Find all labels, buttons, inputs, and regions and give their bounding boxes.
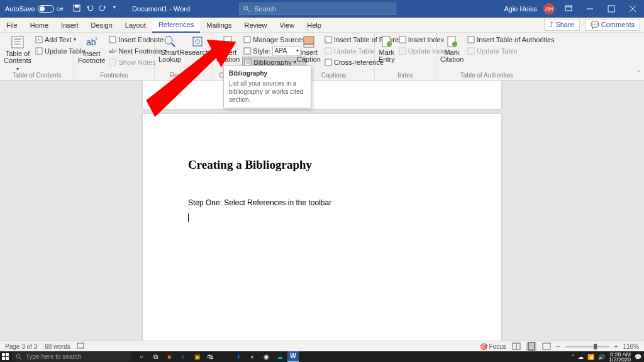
share-button[interactable]: ⤴ Share	[544, 19, 579, 31]
bibliography-icon	[244, 59, 252, 66]
volume-icon[interactable]: 🔊	[598, 354, 605, 360]
svg-point-23	[165, 37, 172, 44]
tab-mailings[interactable]: Mailings	[200, 18, 238, 33]
tab-help[interactable]: Help	[301, 18, 328, 33]
svg-line-3	[248, 10, 250, 12]
autosave-toggle[interactable]: AutoSave Off	[5, 5, 63, 13]
word-count[interactable]: 68 words	[45, 343, 70, 350]
svg-text:+: +	[37, 37, 40, 43]
mark-entry-button[interactable]: Mark Entry	[379, 34, 395, 71]
undo-icon[interactable]	[86, 4, 94, 13]
zoom-level[interactable]: 116%	[623, 343, 639, 350]
maximize-icon[interactable]	[604, 0, 619, 18]
spell-check-icon[interactable]	[77, 342, 84, 351]
svg-point-2	[244, 6, 248, 10]
svg-rect-48	[77, 343, 84, 348]
app-icon[interactable]: ☁	[274, 351, 286, 362]
svg-rect-25	[193, 37, 202, 46]
app-icon[interactable]: a	[218, 351, 231, 362]
close-icon[interactable]	[625, 0, 640, 18]
group-toc: Table of Contents▾ +Add Text▾ !Update Ta…	[0, 33, 74, 80]
search-icon	[16, 354, 22, 360]
tab-review[interactable]: Review	[238, 18, 274, 33]
tab-home[interactable]: Home	[24, 18, 55, 33]
read-mode-icon[interactable]	[511, 342, 521, 351]
insert-toa-button[interactable]: Insert Table of Authorities	[466, 34, 555, 45]
document-page[interactable]: Creating a Bibliography Step One: Select…	[143, 114, 501, 341]
redo-icon[interactable]	[99, 4, 108, 13]
taskbar-search[interactable]: Type here to search	[12, 352, 131, 361]
windows-taskbar: Type here to search ○ ⧉ ■ e ▣ 🛍 a ⬇ ● ◉ …	[0, 351, 644, 362]
update-toa-button[interactable]: Update Table	[466, 45, 555, 56]
minimize-icon[interactable]	[582, 0, 597, 18]
zoom-in-button[interactable]: +	[614, 343, 618, 350]
svg-text:ab¹: ab¹	[109, 48, 117, 54]
clock[interactable]: 8:28 AM 1/2/2020	[609, 352, 631, 362]
ribbon-options-icon[interactable]	[561, 0, 576, 18]
print-layout-icon[interactable]	[526, 342, 536, 351]
word-icon[interactable]: W	[287, 351, 299, 362]
cortana-icon[interactable]: ○	[135, 351, 148, 362]
app-icon[interactable]: ■	[163, 351, 175, 362]
chrome-icon[interactable]: ◉	[260, 351, 272, 362]
svg-line-24	[172, 43, 175, 47]
tray-chevron-icon[interactable]: ˆ	[572, 354, 574, 360]
page-count[interactable]: Page 3 of 3	[5, 343, 37, 350]
text-cursor	[188, 213, 189, 222]
group-label: Index	[375, 72, 436, 79]
tab-view[interactable]: View	[274, 18, 301, 33]
toggle-off-icon[interactable]	[38, 5, 54, 13]
taskbar-pinned-apps: ○ ⧉ ■ e ▣ 🛍 a ⬇ ● ◉ ☁ W	[135, 351, 299, 362]
mark-citation-button[interactable]: Mark Citation	[440, 34, 464, 71]
user-name[interactable]: Agie Heiss	[504, 5, 537, 13]
tab-references[interactable]: References	[152, 18, 200, 33]
tab-file[interactable]: File	[0, 18, 24, 33]
document-area[interactable]: Creating a Bibliography Step One: Select…	[0, 81, 644, 341]
onedrive-icon[interactable]: ☁	[578, 354, 584, 360]
web-layout-icon[interactable]	[541, 342, 552, 351]
zoom-out-button[interactable]: −	[557, 343, 560, 350]
qat-dropdown-icon[interactable]: ▾	[113, 4, 116, 13]
menubar: File Home Insert Design Layout Reference…	[0, 18, 644, 33]
tab-insert[interactable]: Insert	[55, 18, 85, 33]
autosave-state: Off	[57, 6, 64, 12]
group-toa: Mark Citation Insert Table of Authoritie…	[436, 33, 537, 80]
app-icon[interactable]: ⬇	[232, 351, 245, 362]
search-input[interactable]: Search	[239, 3, 396, 15]
insert-footnote-button[interactable]: ab1 Insert Footnote	[78, 34, 105, 71]
group-index: Mark Entry Insert Index Update Index Ind…	[375, 33, 436, 80]
comments-button[interactable]: 💬 Comments	[585, 19, 640, 31]
wifi-icon[interactable]: 📶	[587, 354, 594, 360]
document-title: Document1 - Word	[132, 0, 190, 18]
svg-rect-37	[325, 48, 331, 54]
notifications-icon[interactable]: 💬	[635, 354, 641, 360]
svg-point-44	[452, 42, 457, 47]
tab-layout[interactable]: Layout	[119, 18, 152, 33]
svg-rect-51	[528, 342, 535, 350]
svg-rect-46	[468, 48, 474, 54]
save-icon[interactable]	[73, 4, 80, 13]
zoom-slider[interactable]	[565, 346, 609, 348]
svg-point-26	[196, 40, 199, 43]
svg-rect-34	[304, 37, 314, 44]
ribbon: Table of Contents▾ +Add Text▾ !Update Ta…	[0, 33, 644, 81]
search-placeholder: Search	[254, 5, 276, 13]
table-of-contents-button[interactable]: Table of Contents▾	[4, 34, 31, 71]
svg-rect-7	[608, 6, 614, 12]
explorer-icon[interactable]: ▣	[191, 351, 203, 362]
edge-icon[interactable]: e	[177, 351, 189, 362]
tab-design[interactable]: Design	[85, 18, 119, 33]
collapse-ribbon-icon[interactable]: ˆ	[638, 71, 640, 77]
svg-text:!: !	[37, 48, 38, 54]
avatar[interactable]: AH	[543, 3, 555, 14]
app-icon[interactable]: ●	[246, 351, 258, 362]
svg-rect-4	[565, 6, 572, 11]
group-label: Table of Contents	[0, 72, 74, 79]
store-icon[interactable]: 🛍	[204, 351, 217, 362]
task-view-icon[interactable]: ⧉	[149, 351, 162, 362]
start-button[interactable]	[0, 351, 11, 362]
svg-rect-35	[304, 45, 314, 47]
focus-mode-button[interactable]: 🎯 Focus	[480, 343, 506, 350]
annotation-arrow	[138, 50, 245, 126]
doc-line-1: Step One: Select References in the toolb…	[188, 198, 456, 207]
